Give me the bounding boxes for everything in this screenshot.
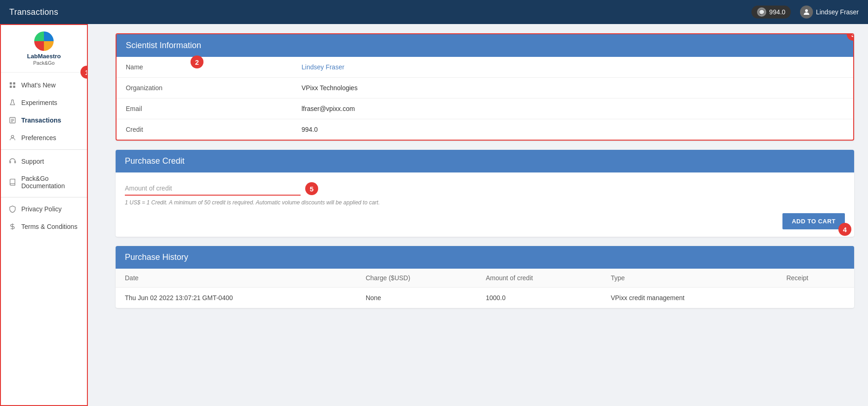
row-receipt bbox=[777, 288, 854, 308]
sidebar-label-terms-conditions: Terms & Conditions bbox=[21, 223, 77, 230]
purchase-credit-body: 5 1 US$ = 1 Credit. A minimum of 50 cred… bbox=[116, 172, 854, 237]
sidebar-item-transactions[interactable]: Transactions bbox=[1, 111, 87, 129]
col-charge: Charge ($USD) bbox=[357, 269, 477, 288]
info-label-org: Organization bbox=[126, 84, 302, 92]
shield-icon bbox=[8, 205, 17, 213]
sidebar-label-privacy-policy: Privacy Policy bbox=[21, 205, 62, 213]
svg-rect-4 bbox=[13, 86, 15, 88]
user-avatar bbox=[800, 6, 813, 18]
history-table-body: Thu Jun 02 2022 13:07:21 GMT-0400 None 1… bbox=[116, 288, 854, 308]
row-amount: 1000.0 bbox=[476, 288, 601, 308]
svg-point-0 bbox=[805, 9, 808, 12]
credit-icon: 💬 bbox=[757, 7, 766, 17]
step-badge-5: 5 bbox=[305, 182, 318, 195]
purchase-history-header: Purchase History bbox=[116, 246, 854, 269]
info-label-email: Email bbox=[126, 105, 302, 112]
sidebar-divider-1 bbox=[1, 149, 87, 150]
col-amount: Amount of credit bbox=[476, 269, 601, 288]
sidebar-item-packgo-docs[interactable]: Pack&Go Documentation bbox=[1, 170, 87, 194]
purchase-history-card: Purchase History Date Charge ($USD) Amou… bbox=[116, 246, 854, 308]
credit-hint: 1 US$ = 1 Credit. A minimum of 50 credit… bbox=[125, 199, 845, 206]
main-content: 2 3 Scientist Information Name Lindsey F… bbox=[88, 24, 868, 406]
info-row-email: Email lfraser@vpixx.com bbox=[117, 98, 853, 119]
step-badge-4: 4 bbox=[838, 223, 851, 236]
info-value-name: Lindsey Fraser bbox=[302, 63, 345, 71]
user-settings-icon bbox=[8, 134, 17, 142]
info-value-credit: 994.0 bbox=[302, 126, 318, 133]
page-title: Transactions bbox=[9, 7, 58, 17]
purchase-credit-card: Purchase Credit 5 1 US$ = 1 Credit. A mi… bbox=[116, 150, 854, 237]
col-receipt: Receipt bbox=[777, 269, 854, 288]
sidebar-divider-2 bbox=[1, 197, 87, 197]
sidebar-item-experiments[interactable]: Experiments bbox=[1, 94, 87, 111]
info-row-credit: Credit 994.0 bbox=[117, 119, 853, 140]
purchase-actions: ADD TO CART 4 bbox=[125, 213, 845, 229]
logo-circle bbox=[34, 31, 54, 51]
headset-icon bbox=[8, 157, 17, 166]
sidebar-label-transactions: Transactions bbox=[21, 117, 61, 124]
sidebar-label-preferences: Preferences bbox=[21, 134, 56, 141]
layout: 1 LabMaestro Pack&Go What's New Experime… bbox=[0, 24, 868, 406]
info-value-email: lfraser@vpixx.com bbox=[302, 105, 355, 112]
sidebar-item-support[interactable]: Support bbox=[1, 153, 87, 170]
sidebar-label-packgo-docs: Pack&Go Documentation bbox=[21, 175, 80, 190]
purchase-credit-title: Purchase Credit bbox=[125, 156, 185, 166]
purchase-history-table: Date Charge ($USD) Amount of credit Type… bbox=[116, 269, 854, 308]
info-row-org: Organization VPixx Technologies bbox=[117, 78, 853, 98]
col-date: Date bbox=[116, 269, 357, 288]
scientist-info-header: Scientist Information bbox=[117, 34, 853, 57]
svg-rect-3 bbox=[10, 86, 12, 88]
info-row-name: Name Lindsey Fraser bbox=[117, 57, 853, 78]
credit-amount-input[interactable] bbox=[125, 182, 301, 196]
info-value-org: VPixx Technologies bbox=[302, 84, 357, 92]
sidebar: 1 LabMaestro Pack&Go What's New Experime… bbox=[0, 24, 88, 406]
svg-rect-2 bbox=[13, 82, 15, 85]
row-date: Thu Jun 02 2022 13:07:21 GMT-0400 bbox=[116, 288, 357, 308]
sidebar-label-experiments: Experiments bbox=[21, 99, 57, 106]
col-type: Type bbox=[602, 269, 777, 288]
history-table-head: Date Charge ($USD) Amount of credit Type… bbox=[116, 269, 854, 288]
sidebar-label-whats-new: What's New bbox=[21, 81, 55, 89]
user-name: Lindsey Fraser bbox=[816, 8, 859, 16]
credit-amount: 994.0 bbox=[769, 8, 785, 16]
credit-input-wrap: 5 bbox=[125, 182, 845, 196]
svg-rect-1 bbox=[10, 82, 12, 85]
sidebar-logo: LabMaestro Pack&Go bbox=[1, 25, 87, 73]
table-row: Thu Jun 02 2022 13:07:21 GMT-0400 None 1… bbox=[116, 288, 854, 308]
sidebar-item-whats-new[interactable]: What's New bbox=[1, 76, 87, 94]
purchase-history-title: Purchase History bbox=[125, 252, 188, 262]
flask-icon bbox=[8, 98, 17, 107]
row-charge: None bbox=[357, 288, 477, 308]
logo-sub: Pack&Go bbox=[33, 60, 55, 66]
info-label-name: Name bbox=[126, 63, 302, 71]
scientist-info-card: 3 Scientist Information Name Lindsey Fra… bbox=[116, 33, 854, 141]
purchase-history-body: Date Charge ($USD) Amount of credit Type… bbox=[116, 269, 854, 308]
add-to-cart-button[interactable]: ADD TO CART bbox=[782, 213, 845, 229]
info-label-credit: Credit bbox=[126, 126, 302, 133]
grid-icon bbox=[8, 81, 17, 89]
balance-icon bbox=[8, 222, 17, 231]
sidebar-item-privacy-policy[interactable]: Privacy Policy bbox=[1, 200, 87, 218]
user-menu[interactable]: Lindsey Fraser bbox=[800, 6, 859, 18]
sidebar-nav: What's New Experiments Transactions Pref… bbox=[1, 73, 87, 405]
header-right: 💬 994.0 Lindsey Fraser bbox=[751, 6, 859, 18]
purchase-credit-header: Purchase Credit bbox=[116, 150, 854, 172]
top-header: Transactions 💬 994.0 Lindsey Fraser bbox=[0, 0, 868, 24]
logo-name: LabMaestro bbox=[27, 53, 61, 60]
credit-badge[interactable]: 💬 994.0 bbox=[751, 6, 791, 18]
book-icon bbox=[8, 178, 17, 186]
row-type: VPixx credit management bbox=[602, 288, 777, 308]
list-icon bbox=[8, 116, 17, 124]
sidebar-item-preferences[interactable]: Preferences bbox=[1, 129, 87, 147]
svg-point-9 bbox=[11, 135, 13, 137]
sidebar-item-terms-conditions[interactable]: Terms & Conditions bbox=[1, 218, 87, 235]
sidebar-label-support: Support bbox=[21, 158, 44, 165]
step-badge-2: 2 bbox=[191, 55, 203, 68]
scientist-info-title: Scientist Information bbox=[126, 41, 201, 50]
scientist-info-body: Name Lindsey Fraser Organization VPixx T… bbox=[117, 57, 853, 140]
